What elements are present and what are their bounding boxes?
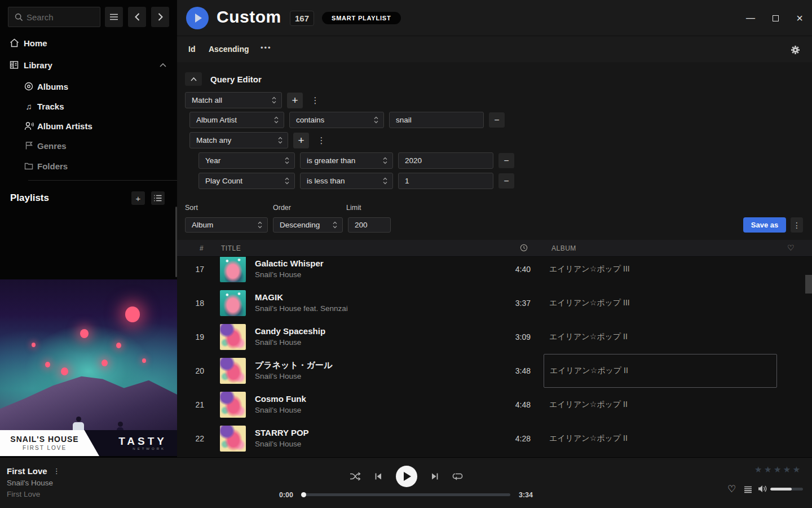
rule-field-select[interactable]: Play Count bbox=[198, 173, 295, 189]
back-button[interactable] bbox=[128, 7, 146, 27]
remove-rule-button[interactable]: − bbox=[489, 112, 505, 128]
track-meta: STARRY POP Snail’s House bbox=[255, 427, 480, 450]
sort-select[interactable]: Album bbox=[185, 217, 268, 233]
sidebar-item-genres[interactable]: Genres bbox=[0, 138, 177, 154]
album-cell[interactable]: エイリアン☆ポップ II bbox=[544, 422, 777, 456]
order-label: Order bbox=[273, 204, 291, 212]
rule-value-input[interactable] bbox=[398, 152, 493, 169]
column-album[interactable]: ALBUM bbox=[551, 244, 576, 252]
menu-button[interactable] bbox=[105, 7, 123, 27]
favorite-column-icon[interactable]: ♡ bbox=[787, 243, 795, 252]
sidebar-item-folders[interactable]: Folders bbox=[0, 158, 177, 174]
favorite-button[interactable]: ♡ bbox=[727, 483, 736, 495]
limit-input[interactable] bbox=[348, 217, 391, 233]
more-options-button[interactable]: ••• bbox=[261, 43, 272, 52]
rule-value-input[interactable] bbox=[398, 173, 493, 189]
track-album: エイリアン☆ポップ III bbox=[549, 298, 630, 308]
sort-field-button[interactable]: Id bbox=[188, 45, 195, 54]
star-icon[interactable]: ★ bbox=[764, 465, 774, 474]
sidebar-item-home[interactable]: Home bbox=[0, 35, 177, 51]
play-playlist-button[interactable] bbox=[186, 7, 209, 29]
query-editor-panel: Query Editor Match all + ⋮ Album Artist … bbox=[177, 64, 812, 240]
rule-field-select[interactable]: Album Artist bbox=[189, 112, 284, 128]
star-icon[interactable]: ★ bbox=[793, 465, 802, 474]
sort-direction-button[interactable]: Ascending bbox=[209, 45, 249, 54]
duration-column-icon[interactable] bbox=[520, 244, 528, 253]
collapse-query-editor-button[interactable] bbox=[185, 72, 202, 86]
table-row[interactable]: 22 STARRY POP Snail’s House 4:28 エイリアン☆ポ… bbox=[177, 422, 812, 456]
queue-button[interactable] bbox=[744, 485, 752, 496]
remove-rule-button[interactable]: − bbox=[498, 173, 514, 189]
add-playlist-button[interactable]: + bbox=[131, 191, 145, 205]
star-icon[interactable]: ★ bbox=[783, 465, 793, 474]
table-row[interactable]: 21 Cosmo Funk Snail’s House 4:48 エイリアン☆ポ… bbox=[177, 388, 812, 422]
chevron-up-icon[interactable] bbox=[160, 63, 166, 67]
rule-operator-select[interactable]: is less than bbox=[300, 173, 393, 189]
playlist-item[interactable] bbox=[10, 208, 171, 222]
sidebar-scrollbar[interactable] bbox=[175, 207, 177, 277]
next-button[interactable] bbox=[431, 472, 439, 480]
rule-operator-select[interactable]: contains bbox=[289, 112, 384, 128]
track-number: 19 bbox=[177, 320, 204, 354]
star-icon[interactable]: ★ bbox=[774, 465, 783, 474]
table-row[interactable]: 20 プラネット・ガール Snail’s House 3:48 エイリアン☆ポッ… bbox=[177, 354, 812, 388]
save-as-button[interactable]: Save as bbox=[743, 217, 786, 233]
repeat-button[interactable] bbox=[452, 472, 463, 481]
forward-button[interactable] bbox=[151, 7, 169, 27]
rule-field-select[interactable]: Year bbox=[198, 152, 295, 169]
table-row[interactable]: 18 MAGIK Snail’s House feat. Sennzai 3:3… bbox=[177, 286, 812, 320]
album-cell[interactable]: エイリアン☆ポップ III bbox=[544, 257, 777, 286]
query-menu-button[interactable]: ⋮ bbox=[791, 217, 803, 233]
sidebar-item-library[interactable]: Library bbox=[0, 57, 177, 73]
previous-button[interactable] bbox=[374, 472, 382, 480]
rule-value-input[interactable] bbox=[389, 112, 484, 128]
volume-slider[interactable] bbox=[770, 488, 803, 491]
search-input[interactable] bbox=[27, 7, 99, 27]
seek-bar[interactable] bbox=[302, 493, 510, 496]
rating-stars[interactable]: ★★★★★ bbox=[754, 465, 802, 475]
table-row[interactable]: 17 Galactic Whisper Snail’s House 4:40 エ… bbox=[177, 257, 812, 286]
playlist-item[interactable] bbox=[10, 265, 171, 279]
lantern-glow bbox=[80, 329, 89, 338]
group-menu-button[interactable]: ⋮ bbox=[311, 95, 320, 106]
table-row[interactable]: 19 Candy Spaceship Snail’s House 3:09 エイ… bbox=[177, 320, 812, 354]
close-button[interactable]: × bbox=[793, 12, 806, 24]
remove-rule-button[interactable]: − bbox=[498, 153, 514, 168]
shuffle-button[interactable] bbox=[350, 472, 361, 481]
maximize-button[interactable] bbox=[769, 12, 782, 24]
sidebar-item-album-artists[interactable]: Album Artists bbox=[0, 118, 177, 134]
play-pause-button[interactable] bbox=[396, 466, 417, 487]
volume-button[interactable] bbox=[758, 485, 767, 495]
album-cell[interactable]: エイリアン☆ポップ II bbox=[544, 354, 777, 388]
settings-button[interactable] bbox=[791, 45, 800, 57]
add-rule-button[interactable]: + bbox=[293, 133, 309, 148]
track-count-badge: 167 bbox=[290, 11, 314, 26]
order-select[interactable]: Descending bbox=[273, 217, 343, 233]
match-mode-select[interactable]: Match any bbox=[189, 132, 288, 148]
track-album: エイリアン☆ポップ II bbox=[549, 332, 628, 342]
column-title[interactable]: TITLE bbox=[221, 244, 241, 252]
playlist-item[interactable] bbox=[10, 222, 171, 237]
album-cell[interactable]: エイリアン☆ポップ II bbox=[544, 320, 777, 354]
seek-thumb[interactable] bbox=[301, 492, 306, 497]
column-number[interactable]: # bbox=[200, 244, 204, 252]
star-icon[interactable]: ★ bbox=[754, 465, 764, 474]
now-playing-cover-art[interactable]: SNAIL'S HOUSE FIRST LOVE TASTY NETWORK bbox=[0, 279, 177, 456]
album-cell[interactable]: エイリアン☆ポップ III bbox=[544, 286, 777, 320]
rule-operator-select[interactable]: is greater than bbox=[300, 152, 393, 169]
sidebar-item-label: Genres bbox=[37, 141, 67, 151]
search-box[interactable] bbox=[8, 7, 100, 27]
match-mode-select[interactable]: Match all bbox=[185, 92, 282, 108]
group-menu-button[interactable]: ⋮ bbox=[317, 135, 326, 146]
sidebar-item-tracks[interactable]: ♫ Tracks bbox=[0, 98, 177, 114]
sidebar-item-albums[interactable]: Albums bbox=[0, 78, 177, 94]
playlist-list-button[interactable] bbox=[151, 191, 165, 205]
album-cell[interactable]: エイリアン☆ポップ II bbox=[544, 388, 777, 422]
flag-icon bbox=[24, 141, 34, 150]
playlist-item[interactable] bbox=[10, 237, 171, 251]
minus-icon: − bbox=[504, 176, 509, 186]
track-list-scrollbar[interactable] bbox=[805, 275, 812, 294]
minimize-button[interactable]: — bbox=[744, 12, 757, 24]
playlist-item[interactable] bbox=[10, 251, 171, 265]
add-rule-button[interactable]: + bbox=[287, 93, 303, 108]
